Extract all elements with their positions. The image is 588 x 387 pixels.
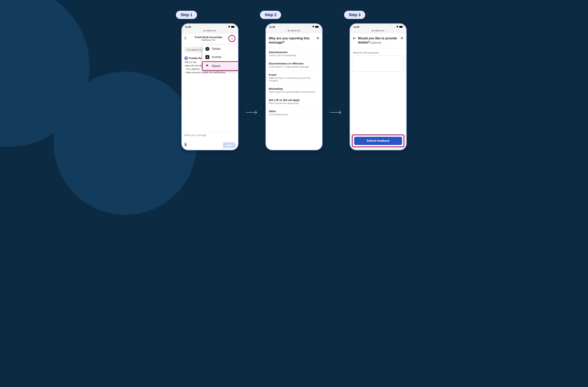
optional-tag: (optional)	[371, 41, 381, 44]
status-time: 11:20	[269, 26, 275, 28]
battery-icon	[231, 26, 235, 28]
status-time: 11:20	[353, 26, 359, 28]
url-text: indeed.com	[290, 30, 300, 32]
wifi-icon	[228, 26, 231, 28]
chat-body: You applied to t FR Frankie Ro HELLO the…	[182, 44, 238, 131]
step-badge: Step 3	[344, 11, 365, 19]
url-text: indeed.com	[374, 30, 384, 32]
status-bar: 11:20 ....	[182, 24, 238, 29]
tutorial-stage: Step 1 11:20 .... indeed.com	[0, 0, 588, 161]
phone-mockup-2: 11:20 .... indeed.com Why are you report…	[265, 23, 323, 150]
svg-rect-2	[204, 30, 205, 31]
job-title: Front Desk Associate	[189, 36, 228, 39]
battery-icon	[315, 26, 319, 28]
step-2-column: Step 2 11:20 .... indeed.com Why are you…	[265, 11, 323, 150]
report-reason-other[interactable]: Other It's something else	[266, 107, 322, 119]
reason-title: Not a fit or did not apply	[269, 98, 319, 102]
lock-icon	[204, 30, 206, 32]
sender-name: Frankie Ro	[189, 57, 202, 60]
report-reason-fraud[interactable]: Fraud Might be fake or someone posing as…	[266, 71, 322, 85]
close-button[interactable]	[400, 36, 403, 40]
svg-rect-8	[315, 26, 318, 28]
reason-subtitle: Used biased or inappropriate language	[269, 65, 319, 68]
svg-rect-9	[318, 26, 319, 27]
send-button[interactable]: Send	[223, 142, 235, 148]
reason-title: Other	[269, 110, 319, 113]
report-reason-list: Advertisement Tried to sell me something…	[266, 48, 322, 150]
arrow-icon	[330, 110, 342, 116]
browser-url-bar: indeed.com	[350, 29, 406, 33]
svg-rect-12	[399, 26, 402, 28]
menu-item-details[interactable]: i Details	[203, 45, 238, 53]
report-reason-misleading[interactable]: Misleading Didn't match the job descript…	[266, 85, 322, 96]
menu-item-report[interactable]: Report	[202, 61, 238, 71]
details-header: Would you like to provide details? (opti…	[350, 33, 406, 48]
close-button[interactable]	[316, 36, 319, 40]
reason-title: Advertisement	[269, 51, 319, 54]
lock-icon	[372, 30, 373, 32]
reason-title: Fraud	[269, 73, 319, 76]
company-name: Fjällräven NA	[189, 39, 228, 41]
report-header: Why are you reporting this message?	[266, 33, 322, 48]
reason-subtitle: Won't pursue this opportunity	[269, 102, 319, 105]
more-options-button[interactable]	[228, 35, 235, 42]
svg-rect-14	[372, 30, 373, 31]
archive-icon	[205, 55, 209, 59]
svg-point-4	[231, 38, 232, 39]
reason-title: Discriminatory or offensive	[269, 62, 319, 65]
attach-icon[interactable]	[184, 143, 187, 148]
info-icon: i	[205, 47, 209, 51]
submit-highlight: Submit feedback	[352, 134, 404, 147]
status-icons: ....	[394, 26, 403, 28]
cell-signal-icon: ....	[310, 26, 311, 28]
flag-icon	[205, 64, 209, 68]
back-button[interactable]	[353, 36, 356, 41]
wifi-icon	[312, 26, 315, 28]
report-reason-advertisement[interactable]: Advertisement Tried to sell me something	[266, 48, 322, 59]
menu-label: Archive	[212, 56, 221, 59]
report-reason-discriminatory[interactable]: Discriminatory or offensive Used biased …	[266, 59, 322, 71]
step-badge: Step 2	[260, 11, 281, 19]
menu-label: Details	[212, 47, 221, 50]
url-text: indeed.com	[206, 30, 216, 32]
more-options-menu: i Details Archive Report	[203, 45, 238, 70]
menu-item-archive[interactable]: Archive	[203, 53, 238, 61]
wifi-icon	[396, 26, 399, 28]
status-icons: ....	[226, 26, 235, 28]
cell-signal-icon: ....	[226, 26, 227, 28]
reason-subtitle: Tried to sell me something	[269, 54, 319, 57]
menu-label: Report	[212, 64, 220, 68]
reason-subtitle: It's something else	[269, 113, 319, 116]
battery-icon	[399, 26, 403, 28]
report-title: Why are you reporting this message?	[269, 36, 316, 45]
svg-rect-1	[234, 26, 235, 27]
svg-rect-13	[403, 26, 403, 27]
compose-area: Write your message Send	[182, 131, 238, 150]
svg-point-5	[231, 39, 232, 40]
chat-header: Front Desk Associate Fjällräven NA	[182, 33, 238, 44]
cell-signal-icon: ....	[394, 26, 396, 28]
details-textarea[interactable]	[353, 56, 403, 72]
phone-mockup-1: 11:20 .... indeed.com	[181, 23, 238, 150]
char-limit-hint: Maximum 500 characters	[353, 51, 403, 54]
status-bar: 11:20 ....	[350, 24, 406, 29]
browser-url-bar: indeed.com	[266, 29, 322, 33]
step-3-column: Step 3 11:20 .... indeed.com Would yo	[350, 11, 407, 150]
arrow-icon	[246, 110, 258, 116]
reason-subtitle: Might be fake or someone posing as this …	[269, 77, 319, 82]
step-badge: Step 1	[176, 11, 197, 19]
report-reason-not-a-fit[interactable]: Not a fit or did not apply Won't pursue …	[266, 96, 322, 107]
phone-mockup-3: 11:20 .... indeed.com Would you like to …	[350, 23, 407, 150]
reason-title: Misleading	[269, 87, 319, 90]
sender-avatar: FR	[184, 56, 188, 60]
svg-rect-0	[231, 26, 234, 28]
lock-icon	[288, 30, 289, 32]
submit-feedback-button[interactable]: Submit feedback	[354, 137, 402, 145]
browser-url-bar: indeed.com	[182, 29, 238, 33]
status-time: 11:20	[185, 26, 191, 28]
compose-input[interactable]: Write your message	[184, 134, 235, 142]
svg-point-3	[231, 37, 232, 38]
step-1-column: Step 1 11:20 .... indeed.com	[181, 11, 238, 150]
details-body: Maximum 500 characters	[350, 48, 406, 134]
back-button[interactable]	[184, 37, 189, 41]
